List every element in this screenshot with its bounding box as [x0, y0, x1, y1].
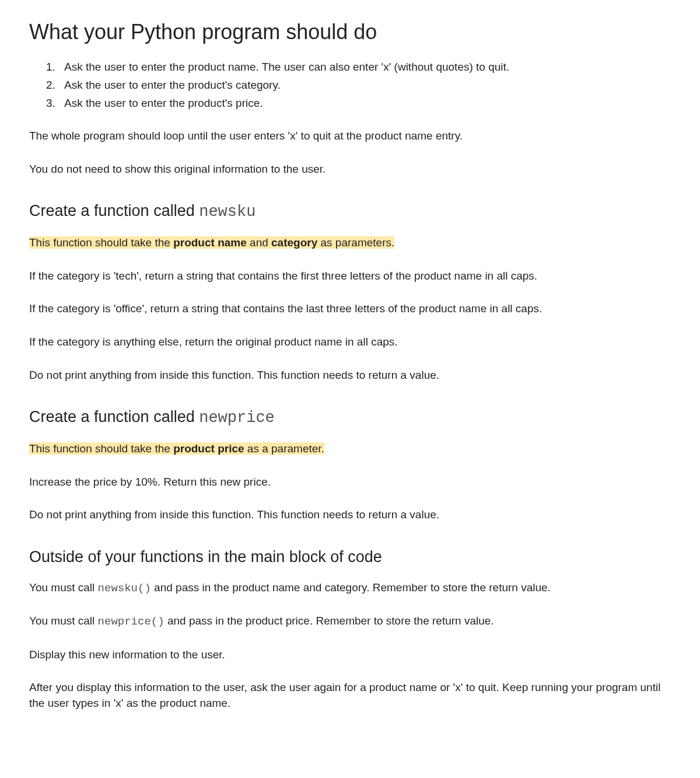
highlight-span: This function should take the product na…: [29, 236, 394, 249]
text: and pass in the product name and categor…: [151, 581, 551, 594]
instruction-list: Ask the user to enter the product name. …: [58, 60, 671, 111]
paragraph-highlighted: This function should take the product pr…: [29, 441, 671, 457]
text: You must call: [29, 581, 98, 594]
text: and: [247, 236, 271, 249]
page-title: What your Python program should do: [29, 18, 671, 47]
code-inline: newsku(): [98, 582, 151, 595]
list-item: Ask the user to enter the product's pric…: [58, 96, 671, 111]
text: This function should take the: [29, 442, 173, 455]
paragraph: Do not print anything from inside this f…: [29, 507, 671, 523]
paragraph: Do not print anything from inside this f…: [29, 368, 671, 383]
paragraph: You do not need to show this original in…: [29, 162, 671, 177]
text: This function should take the: [29, 236, 173, 249]
section-newprice: Create a function called newprice This f…: [29, 406, 671, 523]
heading-text: Create a function called: [29, 202, 199, 219]
section-heading: Create a function called newsku: [29, 200, 671, 224]
code-inline: newprice(): [98, 615, 164, 628]
code-inline: newsku: [199, 203, 256, 221]
list-item: Ask the user to enter the product's cate…: [58, 78, 671, 93]
section-newsku: Create a function called newsku This fun…: [29, 200, 671, 383]
paragraph: Display this new information to the user…: [29, 647, 671, 663]
paragraph: If the category is 'office', return a st…: [29, 301, 671, 317]
code-inline: newprice: [199, 409, 275, 427]
paragraph: After you display this information to th…: [29, 680, 671, 711]
section-main-block: Outside of your functions in the main bl…: [29, 546, 671, 711]
section-heading: Outside of your functions in the main bl…: [29, 546, 671, 568]
paragraph: You must call newprice() and pass in the…: [29, 613, 671, 630]
text: You must call: [29, 615, 98, 627]
heading-text: Create a function called: [29, 408, 199, 425]
bold-text: product price: [173, 442, 244, 455]
paragraph: Increase the price by 10%. Return this n…: [29, 475, 671, 490]
paragraph: If the category is anything else, return…: [29, 334, 671, 350]
list-item: Ask the user to enter the product name. …: [58, 60, 671, 75]
text: as parameters.: [317, 236, 394, 249]
highlight-span: This function should take the product pr…: [29, 442, 324, 455]
paragraph: You must call newsku() and pass in the p…: [29, 580, 671, 596]
paragraph: If the category is 'tech', return a stri…: [29, 268, 671, 284]
text: and pass in the product price. Remember …: [164, 615, 494, 627]
text: as a parameter.: [244, 442, 324, 455]
section-heading: Create a function called newprice: [29, 406, 671, 430]
paragraph-highlighted: This function should take the product na…: [29, 235, 671, 251]
bold-text: product name: [173, 236, 247, 249]
paragraph: The whole program should loop until the …: [29, 128, 671, 144]
bold-text: category: [271, 236, 317, 249]
